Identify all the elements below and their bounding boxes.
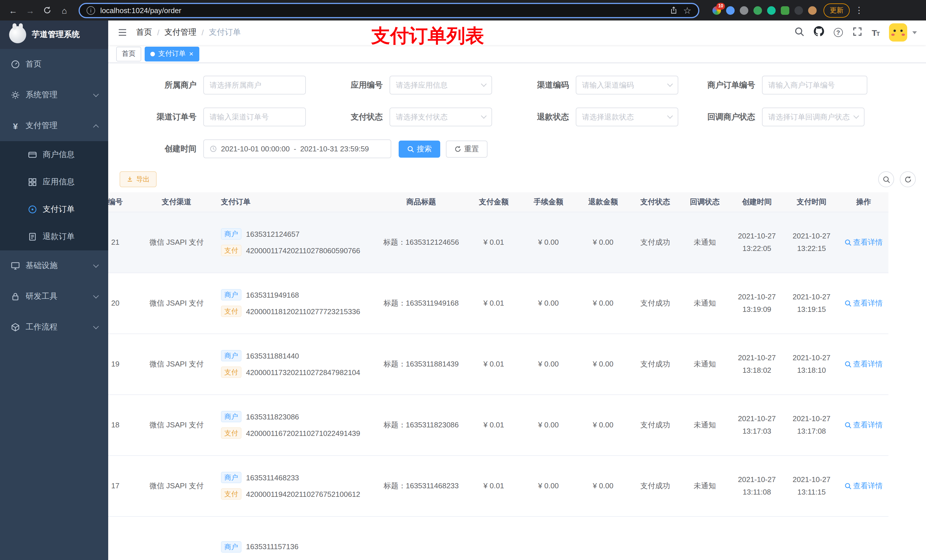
refund-status-select[interactable]: 请选择退款状态	[576, 108, 678, 127]
filter-label: 渠道订单号	[120, 112, 203, 122]
sidebar-item-label: 退款订单	[43, 232, 75, 242]
sidebar-item-infrastructure[interactable]: 基础设施	[0, 251, 108, 281]
cell-channel: 微信 JSAPI 支付	[137, 334, 216, 395]
cell-refund: ¥ 0.00	[576, 334, 631, 395]
tab-home[interactable]: 首页	[116, 46, 141, 61]
export-button[interactable]: 导出	[120, 172, 157, 187]
create-time-range-picker[interactable]: 2021-10-01 00:00:00 - 2021-10-31 23:59:5…	[203, 140, 391, 158]
share-icon[interactable]	[669, 6, 678, 14]
view-detail-link[interactable]: 查看详情	[844, 237, 883, 248]
sidebar-item-app-info[interactable]: 应用信息	[0, 169, 108, 196]
avatar-dropdown-caret-icon[interactable]	[912, 31, 917, 34]
sidebar-toggle-button[interactable]	[117, 27, 127, 38]
toggle-search-button[interactable]	[878, 172, 894, 187]
breadcrumb-separator: /	[157, 28, 159, 37]
cell-amount: ¥ 0.01	[466, 334, 521, 395]
github-icon[interactable]	[814, 26, 824, 39]
merchant-tag: 商户	[221, 350, 242, 362]
col-order: 支付订单	[216, 193, 376, 212]
view-detail-link[interactable]: 查看详情	[844, 359, 883, 369]
cell-status: 支付成功	[631, 334, 680, 395]
pay-tag: 支付	[221, 367, 242, 378]
refresh-icon	[904, 176, 911, 183]
grid-icon	[27, 178, 38, 187]
refresh-table-button[interactable]	[900, 172, 916, 187]
user-avatar[interactable]	[889, 24, 907, 42]
merchant-order-no: 1635311157136	[246, 543, 298, 551]
tab-close-icon[interactable]: ×	[189, 50, 193, 57]
sidebar-item-system[interactable]: 系统管理	[0, 80, 108, 110]
merchant-tag: 商户	[221, 411, 242, 423]
view-detail-link[interactable]: 查看详情	[844, 420, 883, 430]
extension-icon[interactable]	[754, 6, 762, 15]
extension-icon[interactable]	[740, 6, 748, 15]
reload-button[interactable]	[40, 3, 54, 18]
browser-menu-button[interactable]: ⋮	[855, 5, 863, 15]
filter-app-no: 应用编号 请选择应用信息	[306, 76, 492, 95]
back-button[interactable]: ←	[6, 3, 21, 18]
forward-button[interactable]: →	[23, 3, 38, 18]
extension-icon[interactable]	[726, 6, 735, 15]
font-size-icon[interactable]: TT	[872, 28, 879, 38]
reset-button[interactable]: 重置	[446, 140, 487, 158]
search-button[interactable]: 搜索	[399, 140, 440, 158]
notify-status-select[interactable]: 请选择订单回调商户状态	[762, 108, 864, 127]
header-search-icon[interactable]	[794, 27, 804, 39]
sidebar-item-merchant-info[interactable]: 商户信息	[0, 141, 108, 169]
sidebar-item-home[interactable]: 首页	[0, 49, 108, 80]
merchant-order-no-input[interactable]	[762, 76, 867, 95]
extension-icon[interactable]	[781, 6, 789, 15]
breadcrumb-section[interactable]: 支付管理	[165, 27, 197, 38]
filter-label: 回调商户状态	[678, 112, 762, 122]
sidebar-item-pay-order[interactable]: 支付订单	[0, 196, 108, 223]
sidebar-item-workflow[interactable]: 工作流程	[0, 312, 108, 343]
date-separator: -	[294, 145, 296, 153]
channel-order-no-input[interactable]	[203, 108, 306, 127]
merchant-order-no: 1635311881440	[246, 352, 299, 360]
help-icon[interactable]: ?	[834, 28, 843, 37]
profile-avatar-icon[interactable]	[808, 6, 817, 15]
view-detail-link[interactable]: 查看详情	[844, 298, 883, 308]
chevron-down-icon	[481, 82, 487, 87]
home-button[interactable]: ⌂	[57, 3, 72, 18]
url-bar[interactable]: i localhost:1024/pay/order ☆	[79, 3, 699, 18]
extension-icon[interactable]	[794, 6, 803, 15]
app-no-select[interactable]: 请选择应用信息	[390, 76, 492, 95]
filter-create-time: 创建时间 2021-10-01 00:00:00 - 2021-10-31 23…	[120, 140, 391, 158]
bookmark-star-icon[interactable]: ☆	[683, 5, 691, 16]
cell-action: 查看详情	[839, 334, 888, 395]
extension-icon[interactable]: 10	[713, 6, 721, 15]
breadcrumb-home[interactable]: 首页	[136, 27, 152, 38]
chevron-up-icon	[93, 124, 99, 130]
fullscreen-icon[interactable]	[852, 27, 862, 39]
pay-status-select[interactable]: 请选择支付状态	[390, 108, 492, 127]
cell-channel: 微信 JSAPI 支付	[137, 456, 216, 516]
chevron-down-icon	[93, 262, 99, 267]
search-icon	[407, 146, 414, 152]
cell-title: 标题：1635311468233	[376, 456, 466, 516]
merchant-order-no: 1635311468233	[246, 474, 299, 482]
tab-pay-order[interactable]: 支付订单 ×	[145, 46, 199, 61]
view-detail-link[interactable]: 查看详情	[844, 481, 883, 491]
select-placeholder: 请选择应用信息	[396, 80, 482, 91]
site-info-icon[interactable]: i	[86, 6, 95, 15]
payment-submenu: 商户信息 应用信息 支付订单	[0, 141, 108, 251]
cell-pay-time: 2021-10-2713:19:15	[784, 273, 839, 334]
channel-code-select[interactable]: 请输入渠道编码	[576, 76, 678, 95]
col-create-time: 创建时间	[729, 193, 784, 212]
tab-label: 支付订单	[158, 49, 186, 59]
app-shell: 芋道管理系统 首页 系统管理 ¥ 支付管理	[0, 21, 926, 560]
sidebar-item-payment[interactable]: ¥ 支付管理	[0, 110, 108, 141]
cell-channel: 微信 JSAPI 支付	[137, 395, 216, 456]
sidebar-item-refund-order[interactable]: 退款订单	[0, 223, 108, 251]
cell-refund: ¥ 0.00	[576, 456, 631, 516]
extension-icon[interactable]	[767, 6, 776, 15]
merchant-tag: 商户	[221, 541, 242, 552]
sidebar-item-dev-tools[interactable]: 研发工具	[0, 281, 108, 312]
cell-pay-time: 2021-10-2713:11:15	[784, 456, 839, 516]
target-icon	[27, 205, 38, 214]
browser-update-button[interactable]: 更新	[823, 3, 850, 17]
merchant-input[interactable]	[203, 76, 306, 95]
col-id: 编号	[108, 193, 137, 212]
logo-area[interactable]: 芋道管理系统	[0, 21, 108, 49]
